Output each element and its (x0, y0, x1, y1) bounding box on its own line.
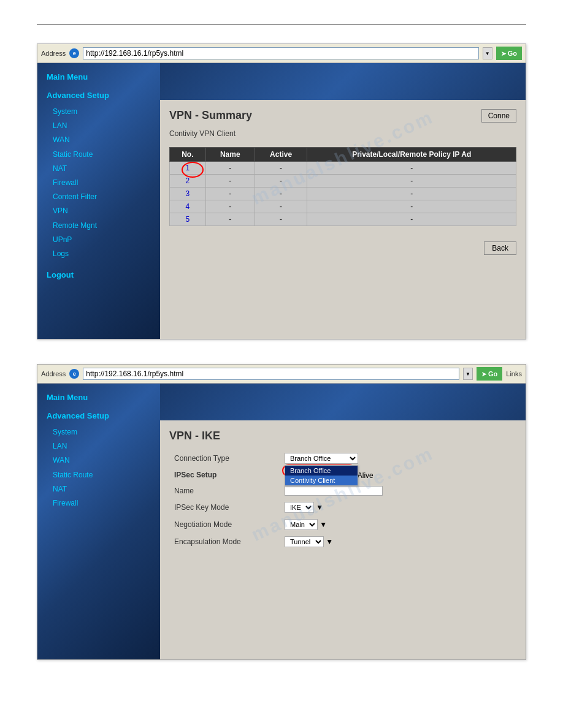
sidebar-1: Main Menu Advanced Setup System LAN WAN … (37, 63, 160, 339)
links-label-2: Links (506, 370, 522, 377)
encapsulation-mode-control: Tunnel ▼ (280, 533, 516, 550)
address-label-1: Address (41, 50, 66, 57)
go-arrow-1: ➤ (501, 50, 506, 57)
browser-icon-2: e (69, 369, 79, 379)
go-arrow-2: ➤ (481, 371, 486, 377)
row1-link[interactable]: 1 (185, 164, 190, 172)
back-button-1[interactable]: Back (484, 241, 516, 255)
row5-no: 5 (170, 213, 206, 226)
sidebar-item-vpn-1[interactable]: VPN (47, 204, 151, 218)
ipsec-key-mode-control: IKE ▼ (280, 499, 516, 516)
content-header-bar-1 (160, 63, 526, 100)
address-label-2: Address (41, 370, 66, 377)
ipsec-key-mode-label: IPSec Key Mode (169, 499, 280, 516)
row2-name: - (205, 175, 255, 188)
sidebar-item-firewall-2[interactable]: Firewall (47, 496, 151, 510)
sidebar-item-nat-2[interactable]: NAT (47, 482, 151, 496)
sidebar-2: Main Menu Advanced Setup System LAN WAN … (37, 384, 160, 659)
th-no: No. (170, 148, 206, 162)
encapsulation-mode-label: Encapsulation Mode (169, 533, 280, 550)
content-body-2: manualshlive.com VPN - IKE Connection Ty… (160, 420, 526, 559)
row4-no: 4 (170, 200, 206, 213)
connection-type-control: Branch Office Contivity Client Branch Of… (280, 450, 516, 467)
logout-link-1[interactable]: Logout (47, 270, 151, 279)
dropdown-option-contivity-client[interactable]: Contivity Client (285, 476, 358, 485)
negotiation-mode-control: Main ▼ (280, 516, 516, 533)
row1-no-circled: 1 (185, 164, 190, 172)
advanced-setup-link-2[interactable]: Advanced Setup (47, 411, 151, 420)
negotiation-mode-select[interactable]: Main (285, 519, 318, 530)
sidebar-item-wan-1[interactable]: WAN (47, 133, 151, 147)
sidebar-item-content-filter-1[interactable]: Content Filter (47, 190, 151, 204)
address-dropdown-2[interactable]: ▼ (463, 368, 473, 380)
go-label-1: Go (508, 50, 517, 57)
sidebar-item-remote-mgnt-1[interactable]: Remote Mgnt (47, 219, 151, 233)
row3-active: - (255, 188, 307, 200)
sidebar-item-firewall-1[interactable]: Firewall (47, 176, 151, 190)
main-menu-link-1[interactable]: Main Menu (47, 72, 151, 82)
name-input[interactable] (285, 486, 383, 496)
table-row: 3 - - - (170, 188, 516, 200)
sidebar-item-system-1[interactable]: System (47, 105, 151, 119)
sidebar-item-static-route-2[interactable]: Static Route (47, 468, 151, 482)
row1-policy: - (307, 162, 516, 175)
row3-no: 3 (170, 188, 206, 200)
row1-active: - (255, 162, 307, 175)
address-input-1[interactable] (83, 47, 478, 59)
go-button-1[interactable]: ➤ Go (496, 47, 522, 60)
sidebar-item-logs-1[interactable]: Logs (47, 247, 151, 261)
ipsec-key-mode-row: IPSec Key Mode IKE ▼ (169, 499, 516, 516)
address-dropdown-1[interactable]: ▼ (483, 47, 492, 59)
page-title-2: VPN - IKE (169, 430, 516, 442)
connect-button-1[interactable]: Conne (481, 109, 516, 123)
subtitle-1: Contivity VPN Client (169, 129, 516, 138)
sidebar-item-upnp-1[interactable]: UPnP (47, 233, 151, 247)
address-bar-2: Address e ▼ ➤ Go Links (37, 365, 526, 384)
encapsulation-mode-select[interactable]: Tunnel (285, 536, 324, 547)
connection-type-dropdown-container: Branch Office Contivity Client Branch Of… (285, 453, 358, 464)
row5-name: - (205, 213, 255, 226)
content-body-1: manualshlive.com VPN - Summary Conne Con… (160, 100, 526, 245)
th-name: Name (205, 148, 255, 162)
main-content-1: manualshlive.com VPN - Summary Conne Con… (160, 63, 526, 339)
row4-policy: - (307, 200, 516, 213)
table-row: 2 - - - (170, 175, 516, 188)
sidebar-item-lan-1[interactable]: LAN (47, 119, 151, 133)
content-header-bar-2 (160, 384, 526, 420)
browser-icon-1: e (69, 48, 79, 58)
row2-active: - (255, 175, 307, 188)
name-label: Name (169, 483, 280, 499)
go-button-2[interactable]: ➤ Go (477, 367, 502, 381)
ipsec-key-mode-select[interactable]: IKE (285, 502, 314, 513)
sidebar-item-lan-2[interactable]: LAN (47, 439, 151, 453)
sidebar-item-static-route-1[interactable]: Static Route (47, 148, 151, 162)
row4-link[interactable]: 4 (185, 202, 190, 211)
top-rule (37, 25, 526, 25)
address-input-2[interactable] (83, 368, 459, 380)
row5-active: - (255, 213, 307, 226)
row3-link[interactable]: 3 (185, 189, 190, 198)
th-active: Active (255, 148, 307, 162)
screenshot-2: Address e ▼ ➤ Go Links Main Menu Advance… (37, 364, 526, 660)
row2-link[interactable]: 2 (185, 176, 190, 185)
go-label-2: Go (488, 370, 497, 377)
row4-name: - (205, 200, 255, 213)
row3-policy: - (307, 188, 516, 200)
advanced-setup-link-1[interactable]: Advanced Setup (47, 91, 151, 100)
connection-type-dropdown-overlay: Branch Office Contivity Client (285, 465, 358, 486)
main-menu-link-2[interactable]: Main Menu (47, 393, 151, 402)
connection-type-select[interactable]: Branch Office Contivity Client (285, 453, 358, 464)
row5-link[interactable]: 5 (185, 215, 190, 224)
ipsec-setup-label: IPSec Setup (169, 467, 280, 483)
sidebar-item-wan-2[interactable]: WAN (47, 453, 151, 468)
main-content-2: manualshlive.com VPN - IKE Connection Ty… (160, 384, 526, 659)
negotiation-mode-row: Negotiation Mode Main ▼ (169, 516, 516, 533)
connection-type-label: Connection Type (169, 450, 280, 467)
dropdown-option-branch-office[interactable]: Branch Office (285, 466, 358, 476)
sidebar-item-nat-1[interactable]: NAT (47, 162, 151, 176)
sidebar-item-system-2[interactable]: System (47, 425, 151, 439)
th-policy: Private/Local/Remote Policy IP Ad (307, 148, 516, 162)
row1-name: - (205, 162, 255, 175)
address-bar-1: Address e ▼ ➤ Go (37, 44, 526, 63)
connection-type-row: Connection Type Branch Office Contivity … (169, 450, 516, 467)
